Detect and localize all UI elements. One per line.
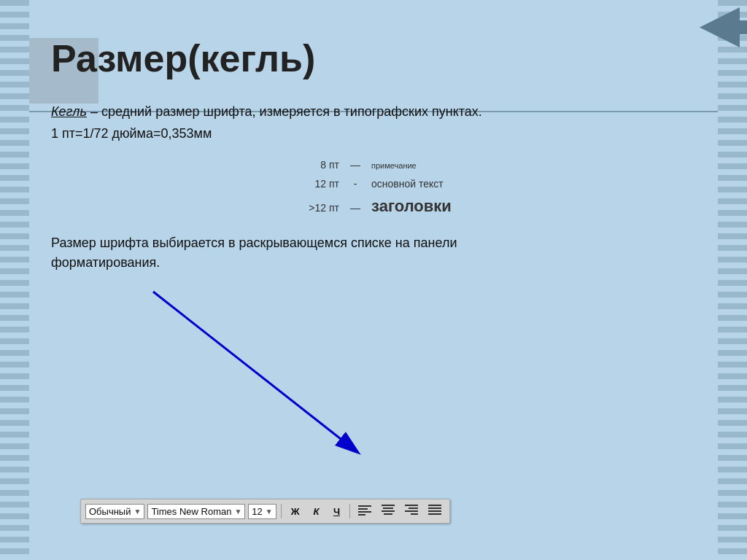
underline-button[interactable]: Ч bbox=[328, 504, 345, 519]
svg-marker-0 bbox=[700, 7, 747, 47]
font-dropdown-arrow: ▼ bbox=[234, 508, 241, 516]
svg-rect-7 bbox=[382, 505, 395, 506]
size-gt12pt-dash: — bbox=[348, 202, 363, 214]
definition-line: Кегль – средний размер шрифта, измеряетс… bbox=[51, 102, 703, 122]
style-label: Обычный bbox=[89, 506, 131, 517]
kegel-term: Кегль bbox=[51, 104, 87, 119]
align-left-icon bbox=[358, 505, 371, 516]
align-right-icon bbox=[405, 505, 418, 515]
toolbar-divider-2 bbox=[349, 504, 350, 518]
svg-line-2 bbox=[153, 292, 357, 452]
size-8pt-label: 8 пт bbox=[295, 159, 339, 171]
size-gt12pt-desc: заголовки bbox=[371, 197, 459, 216]
svg-rect-8 bbox=[383, 508, 393, 509]
size-row-12pt: 12 пт - основной текст bbox=[51, 178, 703, 190]
align-right-button[interactable] bbox=[401, 502, 422, 520]
svg-rect-9 bbox=[382, 510, 395, 512]
align-justify-icon bbox=[428, 505, 441, 515]
formatting-toolbar: Обычный ▼ Times New Roman ▼ 12 ▼ Ж К Ч bbox=[80, 499, 450, 524]
size-8pt-dash: — bbox=[348, 159, 363, 171]
svg-rect-12 bbox=[409, 508, 418, 509]
arrow-annotation bbox=[73, 284, 438, 474]
slide-content: Кегль – средний размер шрифта, измеряетс… bbox=[44, 102, 703, 273]
svg-rect-3 bbox=[358, 505, 371, 507]
align-left-button[interactable] bbox=[355, 503, 375, 520]
definition-text: средний размер шрифта, измеряется в типо… bbox=[101, 104, 482, 119]
font-size-dropdown[interactable]: 12 ▼ bbox=[248, 504, 276, 519]
size-12pt-desc: основной текст bbox=[371, 178, 459, 190]
definition-dash: – bbox=[90, 104, 98, 119]
slide-title: Размер(кегль) bbox=[44, 36, 703, 80]
svg-rect-17 bbox=[428, 510, 441, 512]
svg-rect-18 bbox=[428, 513, 441, 515]
font-size-label: 12 bbox=[252, 506, 262, 517]
font-size-dropdown-arrow: ▼ bbox=[266, 508, 273, 516]
style-dropdown-arrow: ▼ bbox=[133, 508, 141, 516]
slide: Размер(кегль) Кегль – средний размер шри… bbox=[0, 0, 747, 560]
svg-rect-5 bbox=[358, 511, 371, 513]
size-examples-section: 8 пт — примечание 12 пт - основной текст… bbox=[51, 159, 703, 216]
svg-rect-4 bbox=[358, 508, 368, 510]
align-justify-button[interactable] bbox=[425, 502, 445, 520]
stripes-left-decoration bbox=[0, 0, 29, 560]
size-row-gt12pt: >12 пт — заголовки bbox=[51, 197, 703, 216]
nav-back-arrow[interactable] bbox=[700, 7, 747, 47]
style-dropdown[interactable]: Обычный ▼ bbox=[85, 504, 144, 519]
toolbar-divider-1 bbox=[281, 504, 282, 518]
size-12pt-label: 12 пт bbox=[295, 178, 339, 190]
font-label: Times New Roman bbox=[151, 506, 231, 517]
svg-rect-10 bbox=[384, 513, 392, 515]
svg-rect-6 bbox=[358, 514, 365, 516]
align-center-icon bbox=[382, 505, 395, 515]
svg-rect-15 bbox=[428, 505, 441, 506]
stripes-right-decoration bbox=[718, 0, 747, 560]
size-gt12pt-label: >12 пт bbox=[295, 202, 339, 214]
svg-rect-13 bbox=[405, 510, 418, 512]
svg-rect-11 bbox=[405, 505, 418, 506]
font-dropdown[interactable]: Times New Roman ▼ bbox=[147, 504, 245, 519]
bold-button[interactable]: Ж bbox=[286, 504, 305, 519]
size-row-8pt: 8 пт — примечание bbox=[51, 159, 703, 171]
bottom-description: Размер шрифта выбирается в раскрывающемс… bbox=[51, 233, 518, 273]
align-center-button[interactable] bbox=[378, 502, 398, 520]
svg-rect-14 bbox=[411, 513, 418, 515]
svg-rect-16 bbox=[428, 508, 441, 509]
toolbar-container: Обычный ▼ Times New Roman ▼ 12 ▼ Ж К Ч bbox=[80, 499, 711, 524]
italic-button[interactable]: К bbox=[307, 504, 325, 519]
sub-definition-line: 1 пт=1/72 дюйма=0,353мм bbox=[51, 126, 703, 141]
size-12pt-dash: - bbox=[348, 178, 363, 190]
size-8pt-desc: примечание bbox=[371, 161, 459, 170]
